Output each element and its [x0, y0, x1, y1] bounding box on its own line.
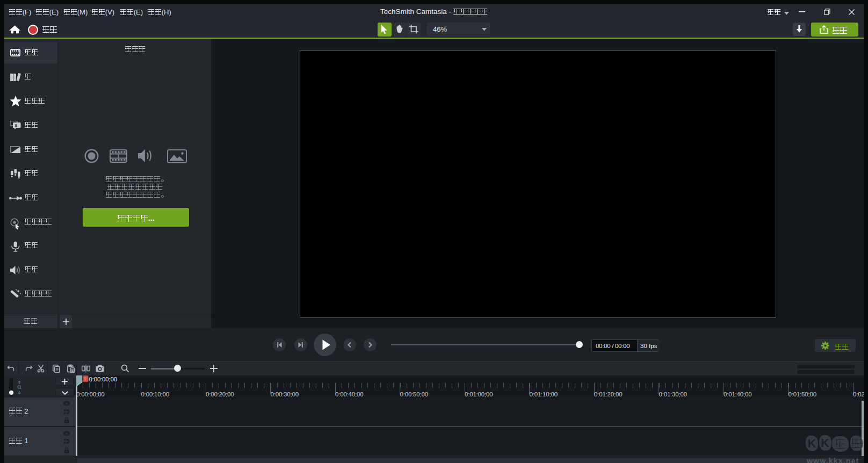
- svg-text:a: a: [15, 122, 17, 128]
